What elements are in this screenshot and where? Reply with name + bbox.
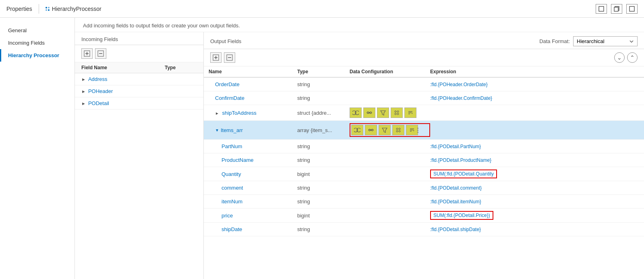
output-table-header: Name Type Data Configuration Expression (204, 66, 644, 78)
svg-point-20 (397, 113, 399, 115)
type-col-header: Type (165, 65, 197, 70)
row-price[interactable]: price bigint SUM(:fld.{PODetail.Price}) (204, 209, 644, 223)
output-toolbar-left (210, 52, 235, 63)
output-toolbar-right: ⌄ ⌃ (614, 52, 638, 63)
row-productname[interactable]: ProductName string :fld.{PODetail.Produc… (204, 153, 644, 167)
row-name-partnum: PartNum (209, 143, 297, 149)
row-expr-quantity: SUM(:fld.{PODetail.Quantity (430, 169, 639, 178)
row-items-arr[interactable]: ▼ Items_arr array {item_s... (204, 121, 644, 140)
row-name-price: price (209, 213, 297, 219)
row-type-productname: string (297, 157, 350, 163)
row-shiptoaddress[interactable]: ► shipToAddress struct {addre... (204, 105, 644, 121)
row-expr-shipdate: :fld.{PODetail.shipDate} (430, 227, 639, 232)
row-name-items-arr: ▼ Items_arr (209, 127, 297, 133)
row-quantity[interactable]: Quantity bigint SUM(:fld.{PODetail.Quant… (204, 167, 644, 181)
config-btn-2-shiptoaddress[interactable] (363, 107, 375, 118)
incoming-remove-button[interactable] (95, 48, 106, 59)
row-name-orderdate: OrderDate (209, 81, 297, 87)
row-type-partnum: string (297, 143, 350, 149)
row-name-comment: comment (209, 185, 297, 191)
row-name-itemnum: itemNum (209, 198, 297, 205)
sidebar-item-hierarchy-processor[interactable]: Hierarchy Processor (0, 49, 75, 62)
output-toolbar: ⌄ ⌃ (204, 49, 644, 66)
field-item-address[interactable]: ► Address (75, 73, 203, 85)
row-expr-itemnum: :fld.{PODetail.itemNum} (430, 199, 639, 205)
top-bar-divider (39, 4, 39, 14)
row-type-quantity: bigint (297, 171, 350, 177)
row-expr-confirmdate: :fld.{POHeader.ConfirmDate} (430, 95, 639, 101)
expand-arrow-poheader: ► (81, 89, 86, 94)
row-partnum[interactable]: PartNum string :fld.{PODetail.PartNum} (204, 140, 644, 153)
output-table: Name Type Data Configuration Expression … (204, 66, 644, 279)
field-item-poheader[interactable]: ► POHeader (75, 85, 203, 97)
sidebar: General Incoming Fields Hierarchy Proces… (0, 18, 75, 279)
row-comment[interactable]: comment string :fld.{PODetail.comment} (204, 181, 644, 195)
field-name-podetail: PODetail (88, 100, 109, 106)
app-name-label: HierarchyProcessor (52, 6, 101, 12)
row-type-shipdate: string (297, 226, 350, 232)
svg-rect-2 (614, 7, 618, 11)
svg-rect-0 (599, 6, 604, 11)
row-itemnum[interactable]: itemNum string :fld.{PODetail.itemNum} (204, 195, 644, 209)
output-remove-button[interactable] (224, 52, 235, 63)
row-expr-price: SUM(:fld.{PODetail.Price}) (430, 211, 639, 220)
expand-arrow-shiptoaddress: ► (215, 111, 219, 116)
row-type-shiptoaddress: struct {addre... (297, 110, 350, 116)
config-btn-2-items-arr[interactable] (365, 125, 377, 135)
main-layout: General Incoming Fields Hierarchy Proces… (0, 18, 644, 279)
field-name-address: Address (88, 76, 108, 82)
sidebar-item-general[interactable]: General (0, 24, 75, 37)
drag-handle (417, 128, 418, 133)
row-type-comment: string (297, 185, 350, 191)
properties-label: Properties (6, 6, 32, 12)
row-confirmdate[interactable]: ConfirmDate string :fld.{POHeader.Confir… (204, 91, 644, 105)
svg-point-17 (395, 111, 396, 112)
svg-marker-16 (381, 111, 385, 115)
config-btn-3-shiptoaddress[interactable] (377, 107, 389, 118)
sidebar-item-incoming-fields[interactable]: Incoming Fields (0, 37, 75, 49)
field-name-col-header: Field Name (81, 65, 165, 70)
collapse-button[interactable]: ⌄ (614, 52, 625, 63)
panels: Incoming Fields (75, 32, 644, 279)
row-type-confirmdate: string (297, 95, 350, 101)
svg-point-30 (399, 130, 400, 132)
row-expr-productname: :fld.{PODetail.ProductName} (430, 157, 639, 163)
output-add-button[interactable] (210, 52, 222, 63)
output-panel: Output Fields Data Format: Hierarchical … (204, 32, 644, 279)
field-item-podetail[interactable]: ► PODetail (75, 97, 203, 110)
row-type-price: bigint (297, 213, 350, 219)
config-btn-4-items-arr[interactable] (392, 125, 404, 135)
restore-button[interactable] (611, 4, 622, 14)
row-type-items-arr: array {item_s... (297, 127, 350, 133)
output-panel-title: Output Fields (210, 38, 241, 44)
row-shipdate[interactable]: shipDate string :fld.{PODetail.shipDate} (204, 223, 644, 236)
config-btn-5-items-arr[interactable] (406, 125, 418, 135)
expand-arrow-items-arr: ▼ (215, 128, 219, 132)
svg-point-25 (357, 128, 360, 132)
row-name-shiptoaddress: ► shipToAddress (209, 110, 297, 116)
config-btn-1-shiptoaddress[interactable] (350, 107, 362, 118)
config-btn-1-items-arr[interactable] (351, 125, 363, 135)
svg-point-18 (397, 111, 399, 112)
config-btn-4-shiptoaddress[interactable] (391, 107, 403, 118)
incoming-table-header: Field Name Type (75, 62, 203, 73)
incoming-panel: Incoming Fields (75, 32, 204, 279)
content-area: Add incoming fields to output fields or … (75, 18, 644, 279)
config-btn-5-shiptoaddress[interactable] (404, 107, 416, 118)
app-icon (46, 7, 50, 11)
incoming-add-button[interactable] (81, 48, 93, 59)
row-orderdate[interactable]: OrderDate string :fld.{POHeader.OrderDat… (204, 78, 644, 91)
row-name-productname: ProductName (209, 157, 297, 163)
data-format-select[interactable]: Hierarchical Relational (573, 36, 638, 46)
config-btn-3-items-arr[interactable] (379, 125, 391, 135)
incoming-panel-title: Incoming Fields (75, 32, 203, 45)
close-button[interactable] (626, 4, 638, 14)
expand-button[interactable]: ⌃ (627, 52, 638, 63)
top-bar: Properties HierarchyProcessor (0, 0, 644, 18)
expand-arrow-podetail: ► (81, 101, 86, 106)
row-type-itemnum: string (297, 198, 350, 205)
data-format-label: Data Format: (539, 38, 570, 44)
row-config-shiptoaddress (350, 107, 430, 118)
config-col-header: Data Configuration (350, 69, 430, 74)
maximize-button[interactable] (596, 4, 607, 14)
